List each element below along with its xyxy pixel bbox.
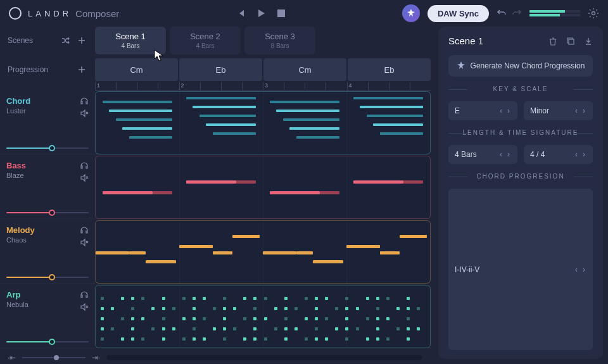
prog-prev-icon[interactable]: ‹ [574,265,579,274]
track-row: Chord Luster [0,91,436,154]
scene-tab[interactable]: Scene 2 4 Bars [170,27,241,54]
play-icon[interactable] [255,8,267,19]
track-name: Melody [6,225,35,235]
headphones-icon[interactable] [80,96,89,105]
track-preset: Nebula [6,301,28,308]
scene-tab[interactable]: Scene 1 4 Bars [95,27,166,54]
clip-area[interactable] [95,220,431,284]
track-name: Chord [6,96,30,106]
headphones-icon[interactable] [80,290,89,299]
section-key-scale: KEY & SCALE [448,85,593,92]
h-zoom-out-icon[interactable]: ∙⇤ [8,353,16,362]
settings-icon[interactable] [588,8,599,19]
prev-icon[interactable] [235,8,246,19]
scale-next-icon[interactable]: › [581,106,586,115]
track-name: Arp [6,290,28,299]
generate-progression-label: Generate New Chord Progression [471,61,585,70]
track-name: Bass [6,161,26,170]
volume-slider[interactable] [6,212,89,213]
delete-icon[interactable] [548,37,557,46]
mute-icon[interactable] [80,109,89,118]
section-length: LENGTH & TIME SIGNATURE [448,129,593,136]
horizontal-scrollbar[interactable] [107,355,422,360]
app-subtitle: Composer [75,8,119,19]
redo-icon[interactable] [512,8,522,18]
track-row: Arp Nebula [0,285,436,348]
output-meter [529,10,580,16]
clip-area[interactable] [95,91,431,154]
length-value: 4 Bars [455,150,477,159]
track-row: Bass Blaze [0,156,436,219]
chord-cell[interactable]: Eb [179,58,262,81]
scene-bars: 4 Bars [196,42,215,49]
length-prev-icon[interactable]: ‹ [498,150,504,159]
shuffle-scenes-icon[interactable] [61,36,70,45]
key-value: E [455,106,460,115]
scene-name: Scene 2 [190,32,220,41]
add-scene-icon[interactable] [76,35,87,46]
scene-tab[interactable]: Scene 3 8 Bars [244,27,315,54]
undo-icon[interactable] [497,8,507,18]
chord-cell[interactable]: Cm [95,58,178,81]
timesig-value: 4 / 4 [530,150,545,159]
ai-magic-button[interactable] [402,4,420,22]
scene-bars: 8 Bars [271,42,289,49]
prog-next-icon[interactable]: › [581,265,586,274]
duplicate-icon[interactable] [566,37,575,46]
track-preset: Chaos [6,236,35,244]
progression-label: Progression [8,65,48,74]
svg-rect-2 [569,39,574,44]
scale-selector[interactable]: Minor ‹› [524,101,593,120]
timesig-prev-icon[interactable]: ‹ [574,150,579,159]
zoom-slider[interactable] [22,357,86,358]
timesig-next-icon[interactable]: › [581,150,586,159]
clip-area[interactable] [95,285,431,348]
scene-name: Scene 3 [265,32,295,41]
mute-icon[interactable] [80,238,89,247]
svg-point-1 [592,12,595,15]
scene-name: Scene 1 [115,32,146,41]
clip-area[interactable] [95,156,431,219]
export-icon[interactable] [584,37,593,46]
volume-slider[interactable] [6,277,89,278]
section-progression: CHORD PROGRESION [448,173,593,180]
length-next-icon[interactable]: › [506,150,511,159]
chord-cell[interactable]: Cm [263,58,346,81]
scene-bars: 4 Bars [122,42,140,49]
key-next-icon[interactable]: › [506,106,511,115]
headphones-icon[interactable] [80,225,89,234]
mute-icon[interactable] [80,303,89,311]
inspector-title: Scene 1 [448,35,483,46]
add-chord-icon[interactable] [76,64,87,75]
chord-cell[interactable]: Eb [348,58,431,81]
generate-progression-button[interactable]: Generate New Chord Progression [448,55,593,77]
logo-icon [9,7,22,20]
ruler-bar-number: 2 [179,82,184,90]
scenes-label: Scenes [8,36,33,45]
progression-selector[interactable]: I-IV-ii-V ‹› [448,189,593,350]
h-zoom-in-icon[interactable]: ⇥∙ [92,353,100,362]
progression-value: I-IV-ii-V [455,265,479,274]
track-row: Melody Chaos [0,220,436,284]
track-preset: Luster [6,107,30,115]
ruler-bar-number: 1 [95,82,100,90]
key-prev-icon[interactable]: ‹ [498,106,504,115]
track-preset: Blaze [6,172,26,179]
length-selector[interactable]: 4 Bars ‹› [448,145,517,164]
headphones-icon[interactable] [80,161,89,170]
ruler-bar-number: 4 [347,82,352,90]
scale-value: Minor [530,106,549,115]
volume-slider[interactable] [6,147,89,149]
key-selector[interactable]: E ‹› [448,101,517,120]
ruler-bar-number: 3 [263,82,268,90]
mute-icon[interactable] [80,173,89,182]
scale-prev-icon[interactable]: ‹ [574,106,579,115]
volume-slider[interactable] [6,341,89,342]
timesig-selector[interactable]: 4 / 4 ‹› [524,145,593,164]
svg-rect-0 [277,9,285,17]
stop-icon[interactable] [276,8,287,19]
brand-name: LANDR [28,9,72,18]
daw-sync-button[interactable]: DAW Sync [428,5,489,22]
